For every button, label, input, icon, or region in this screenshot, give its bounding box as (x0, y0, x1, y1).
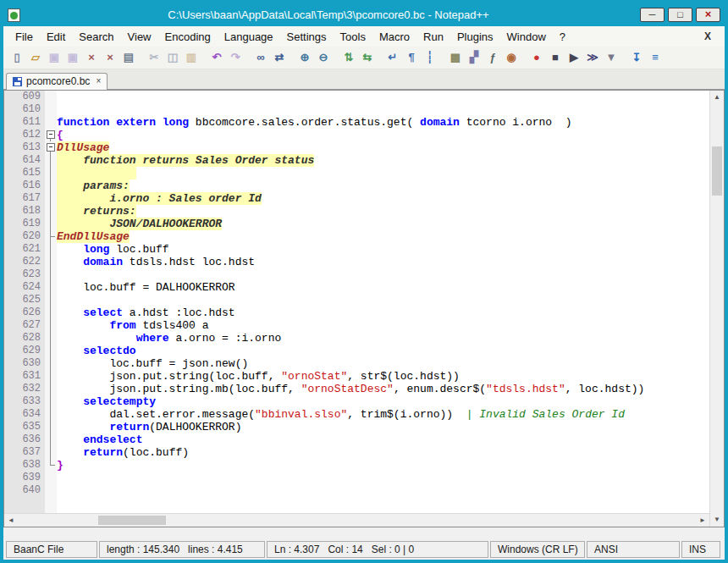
code-line-637[interactable]: 637 return(loc.buff) (4, 446, 709, 459)
sync-scroll-horizontal-icon[interactable]: ⇆ (359, 49, 376, 66)
code-line-627[interactable]: 627 from tdsls400 a (4, 319, 709, 332)
fold-toggle[interactable] (45, 129, 57, 141)
code-line-610[interactable]: 610 (4, 103, 709, 116)
vertical-scroll-thumb[interactable] (712, 146, 722, 196)
menu-file[interactable]: File (8, 28, 40, 46)
menu-tools[interactable]: Tools (334, 28, 372, 46)
notepadpp-logo-icon[interactable] (8, 8, 20, 22)
code-line-635[interactable]: 635 return(DALHOOKERROR) (4, 421, 709, 433)
close-all-files-icon[interactable]: × (102, 49, 119, 66)
replace-icon[interactable]: ⇄ (271, 49, 288, 66)
zoom-in-icon[interactable]: ⊕ (296, 49, 313, 66)
vertical-scrollbar[interactable]: ▲ ▼ (709, 91, 724, 527)
tab-pcomcore0bc[interactable]: pcomcore0.bc × (6, 73, 108, 90)
code-line-620[interactable]: 620EndDllUsage (4, 230, 709, 243)
scroll-up-arrow[interactable]: ▲ (710, 91, 724, 104)
cut-icon[interactable]: ✂ (146, 49, 163, 66)
undo-icon[interactable]: ↶ (208, 49, 225, 66)
code-line-622[interactable]: 622 domain tdsls.hdst loc.hdst (4, 256, 709, 268)
code-line-614[interactable]: 614 function returns Sales Order status (4, 154, 709, 167)
monitoring-icon[interactable]: ◉ (503, 49, 520, 66)
tab-close-icon[interactable]: × (96, 77, 101, 86)
horizontal-scroll-thumb[interactable] (98, 516, 166, 525)
menu-plugins[interactable]: Plugins (450, 28, 500, 46)
vertical-scroll-track[interactable] (710, 104, 724, 513)
fold-toggle[interactable] (45, 141, 57, 154)
code-line-619[interactable]: 619 JSON/DALHOOKERROR (4, 218, 709, 230)
show-indent-guide-icon[interactable]: ┆ (422, 49, 438, 66)
code-line-636[interactable]: 636 endselect (4, 433, 709, 446)
code-line-640[interactable]: 640 (4, 484, 709, 497)
code-line-629[interactable]: 629 selectdo (4, 345, 709, 357)
paste-icon[interactable]: ▥ (183, 49, 200, 66)
code-line-612[interactable]: 612{ (4, 129, 709, 141)
show-all-characters-icon[interactable]: ¶ (403, 49, 420, 66)
macro-play-icon[interactable]: ▶ (565, 49, 582, 66)
horizontal-scroll-track[interactable] (18, 514, 696, 527)
plugin-import-icon[interactable]: ↧ (628, 49, 645, 66)
scroll-left-arrow[interactable]: ◄ (4, 514, 18, 527)
code-line-623[interactable]: 623 (4, 268, 709, 281)
code-line-618[interactable]: 618 returns: (4, 205, 709, 218)
print-icon[interactable]: ▤ (120, 49, 137, 66)
word-wrap-icon[interactable]: ↵ (384, 49, 401, 66)
maximize-button[interactable]: □ (668, 8, 692, 22)
menu-language[interactable]: Language (218, 28, 280, 46)
macro-run-multiple-icon[interactable]: ≫ (584, 49, 601, 66)
macro-record-icon[interactable]: ● (528, 49, 545, 66)
open-folder-icon[interactable]: ▱ (27, 49, 44, 66)
code-line-625[interactable]: 625 (4, 294, 709, 306)
code-line-624[interactable]: 624 loc.buff = DALHOOKERROR (4, 281, 709, 294)
macro-save-icon[interactable]: ▼ (603, 49, 620, 66)
code-line-639[interactable]: 639 (4, 472, 709, 484)
code-line-632[interactable]: 632 json.put.string.mb(loc.buff, "ornoSt… (4, 383, 709, 395)
save-all-icon[interactable]: ▣ (64, 49, 81, 66)
line-number: 627 (4, 319, 45, 332)
code-line-626[interactable]: 626 select a.hdst :loc.hdst (4, 306, 709, 319)
scroll-right-arrow[interactable]: ► (696, 514, 709, 527)
user-defined-dialog-icon[interactable]: ▩ (447, 49, 464, 66)
document-map-icon[interactable]: ▞ (466, 49, 483, 66)
menu-macro[interactable]: Macro (372, 28, 416, 46)
code-line-617[interactable]: 617 i.orno : Sales order Id (4, 192, 709, 205)
menu-run[interactable]: Run (416, 28, 450, 46)
code-line-631[interactable]: 631 json.put.string(loc.buff, "ornoStat"… (4, 370, 709, 383)
code-editor[interactable]: 609610611function extern long bbcomcore.… (4, 91, 709, 513)
close-file-icon[interactable]: × (83, 49, 100, 66)
code-line-615[interactable]: 615 (4, 167, 709, 179)
zoom-out-icon[interactable]: ⊖ (315, 49, 332, 66)
find-icon[interactable]: ∞ (252, 49, 269, 66)
menu-close-x[interactable]: X (696, 30, 720, 42)
horizontal-scrollbar[interactable]: ◄ ► (4, 513, 709, 527)
code-line-634[interactable]: 634 dal.set.error.message("bbinval.slso"… (4, 408, 709, 421)
menu-window[interactable]: Window (500, 28, 553, 46)
plugin-panel-icon[interactable]: ≡ (647, 49, 664, 66)
menu-help[interactable]: ? (553, 28, 572, 46)
code-line-638[interactable]: 638} (4, 459, 709, 472)
menu-encoding[interactable]: Encoding (158, 28, 218, 46)
code-line-611[interactable]: 611function extern long bbcomcore.sales.… (4, 116, 709, 129)
code-line-621[interactable]: 621 long loc.buff (4, 243, 709, 256)
code-line-609[interactable]: 609 (4, 91, 709, 103)
code-line-630[interactable]: 630 loc.buff = json.new() (4, 357, 709, 370)
code-line-628[interactable]: 628 where a.orno = :i.orno (4, 332, 709, 345)
redo-icon[interactable]: ↷ (227, 49, 244, 66)
menu-search[interactable]: Search (72, 28, 120, 46)
code-line-613[interactable]: 613DllUsage (4, 141, 709, 154)
function-list-icon[interactable]: ƒ (484, 49, 501, 66)
notepad-window: C:\Users\baan\AppData\Local\Temp\3\pcomc… (0, 0, 728, 563)
menu-settings[interactable]: Settings (280, 28, 334, 46)
save-icon[interactable]: ▣ (46, 49, 63, 66)
copy-icon[interactable]: ◫ (164, 49, 181, 66)
sync-scroll-vertical-icon[interactable]: ⇅ (340, 49, 357, 66)
code-text: loc.buff = DALHOOKERROR (57, 281, 709, 294)
close-button[interactable]: × (696, 8, 720, 22)
code-line-633[interactable]: 633 selectempty (4, 395, 709, 408)
macro-stop-icon[interactable]: ■ (547, 49, 564, 66)
scroll-down-arrow[interactable]: ▼ (710, 513, 724, 527)
code-line-616[interactable]: 616 params: (4, 179, 709, 192)
new-file-icon[interactable]: ▯ (8, 49, 25, 66)
menu-edit[interactable]: Edit (40, 28, 72, 46)
minimize-button[interactable]: ─ (640, 8, 665, 22)
menu-view[interactable]: View (121, 28, 158, 46)
